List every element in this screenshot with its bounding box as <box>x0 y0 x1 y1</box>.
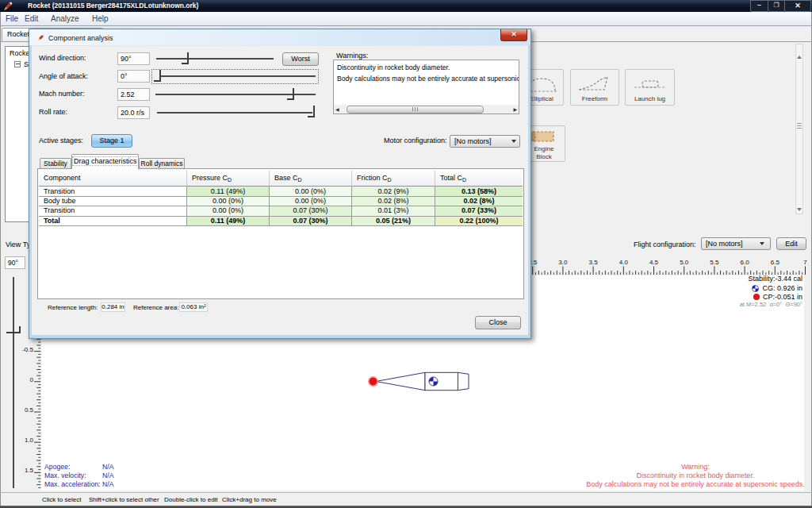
svg-text:0.5: 0.5 <box>25 406 34 414</box>
svg-text:3.0: 3.0 <box>558 259 568 266</box>
svg-text:5.0: 5.0 <box>680 259 689 266</box>
svg-text:4.5: 4.5 <box>649 259 659 266</box>
svg-text:1.0: 1.0 <box>25 437 34 444</box>
svg-text:4.0: 4.0 <box>619 259 629 266</box>
svg-text:7: 7 <box>803 259 807 266</box>
svg-text:-0.5: -0.5 <box>22 346 33 353</box>
svg-text:1.5: 1.5 <box>25 467 34 474</box>
svg-text:6.0: 6.0 <box>741 259 750 266</box>
svg-text:6.5: 6.5 <box>771 259 780 266</box>
svg-text:3.5: 3.5 <box>589 259 599 266</box>
svg-text:0: 0 <box>30 376 34 383</box>
svg-text:5.5: 5.5 <box>710 259 719 266</box>
